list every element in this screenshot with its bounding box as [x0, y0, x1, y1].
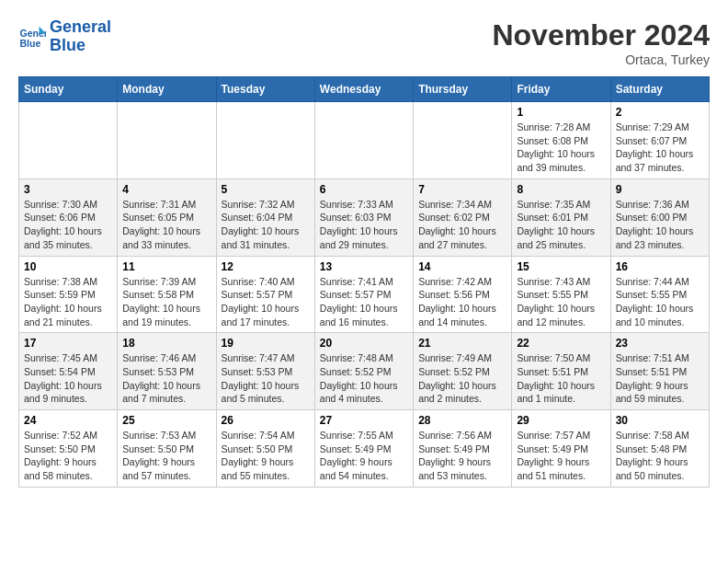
calendar-cell [118, 102, 216, 179]
logo-icon: General Blue [18, 23, 46, 51]
calendar-cell: 4Sunrise: 7:31 AM Sunset: 6:05 PM Daylig… [118, 178, 216, 256]
day-number: 12 [222, 260, 310, 273]
calendar-cell: 2Sunrise: 7:29 AM Sunset: 6:07 PM Daylig… [610, 102, 709, 179]
day-info: Sunrise: 7:41 AM Sunset: 5:57 PM Dayligh… [320, 275, 408, 329]
day-number: 29 [517, 414, 605, 427]
calendar-cell: 24Sunrise: 7:52 AM Sunset: 5:50 PM Dayli… [19, 410, 118, 488]
day-number: 28 [418, 414, 506, 427]
day-number: 23 [616, 337, 704, 350]
day-info: Sunrise: 7:47 AM Sunset: 5:53 PM Dayligh… [222, 351, 310, 406]
location: Ortaca, Turkey [492, 52, 710, 67]
day-number: 21 [418, 337, 506, 350]
day-info: Sunrise: 7:34 AM Sunset: 6:02 PM Dayligh… [418, 198, 506, 252]
calendar-cell: 15Sunrise: 7:43 AM Sunset: 5:55 PM Dayli… [512, 256, 610, 333]
calendar-header: SundayMondayTuesdayWednesdayThursdayFrid… [19, 77, 710, 102]
day-info: Sunrise: 7:43 AM Sunset: 5:55 PM Dayligh… [517, 275, 605, 329]
calendar-cell: 5Sunrise: 7:32 AM Sunset: 6:04 PM Daylig… [216, 178, 314, 256]
day-number: 30 [616, 414, 704, 427]
day-info: Sunrise: 7:50 AM Sunset: 5:51 PM Dayligh… [517, 351, 605, 406]
day-number: 3 [24, 183, 112, 196]
day-info: Sunrise: 7:44 AM Sunset: 5:55 PM Dayligh… [616, 275, 704, 329]
day-info: Sunrise: 7:46 AM Sunset: 5:53 PM Dayligh… [122, 351, 210, 406]
day-number: 22 [517, 337, 605, 350]
weekday-row: SundayMondayTuesdayWednesdayThursdayFrid… [19, 77, 710, 102]
day-number: 7 [418, 183, 506, 196]
weekday-header: Monday [118, 77, 216, 102]
month-title: November 2024 [492, 18, 710, 52]
calendar-cell: 30Sunrise: 7:58 AM Sunset: 5:48 PM Dayli… [610, 410, 709, 488]
day-info: Sunrise: 7:54 AM Sunset: 5:50 PM Dayligh… [222, 429, 310, 483]
calendar-cell: 27Sunrise: 7:55 AM Sunset: 5:49 PM Dayli… [314, 410, 413, 488]
calendar-cell: 18Sunrise: 7:46 AM Sunset: 5:53 PM Dayli… [118, 333, 216, 410]
svg-text:Blue: Blue [20, 37, 41, 48]
day-info: Sunrise: 7:49 AM Sunset: 5:52 PM Dayligh… [418, 351, 506, 406]
day-info: Sunrise: 7:52 AM Sunset: 5:50 PM Dayligh… [24, 429, 112, 483]
calendar-cell: 8Sunrise: 7:35 AM Sunset: 6:01 PM Daylig… [512, 178, 610, 256]
calendar-cell: 26Sunrise: 7:54 AM Sunset: 5:50 PM Dayli… [216, 410, 314, 488]
day-info: Sunrise: 7:58 AM Sunset: 5:48 PM Dayligh… [616, 429, 704, 483]
calendar-cell [414, 102, 512, 179]
day-info: Sunrise: 7:32 AM Sunset: 6:04 PM Dayligh… [222, 198, 310, 252]
weekday-header: Tuesday [216, 77, 314, 102]
day-number: 8 [517, 183, 605, 196]
calendar-table: SundayMondayTuesdayWednesdayThursdayFrid… [18, 76, 710, 488]
day-number: 24 [24, 414, 112, 427]
day-info: Sunrise: 7:39 AM Sunset: 5:58 PM Dayligh… [122, 275, 210, 329]
logo-line2: Blue [50, 37, 111, 55]
calendar-cell: 9Sunrise: 7:36 AM Sunset: 6:00 PM Daylig… [610, 178, 709, 256]
day-number: 17 [24, 337, 112, 350]
day-number: 25 [122, 414, 210, 427]
calendar-body: 1Sunrise: 7:28 AM Sunset: 6:08 PM Daylig… [19, 102, 710, 488]
calendar-cell [216, 102, 314, 179]
calendar-cell: 1Sunrise: 7:28 AM Sunset: 6:08 PM Daylig… [512, 102, 610, 179]
day-number: 9 [616, 183, 704, 196]
calendar-week-row: 1Sunrise: 7:28 AM Sunset: 6:08 PM Daylig… [19, 102, 710, 179]
calendar-cell: 7Sunrise: 7:34 AM Sunset: 6:02 PM Daylig… [414, 178, 512, 256]
calendar-cell [314, 102, 413, 179]
day-number: 14 [418, 260, 506, 273]
day-info: Sunrise: 7:56 AM Sunset: 5:49 PM Dayligh… [418, 429, 506, 483]
day-info: Sunrise: 7:48 AM Sunset: 5:52 PM Dayligh… [320, 351, 408, 406]
day-number: 2 [616, 106, 704, 119]
day-info: Sunrise: 7:30 AM Sunset: 6:06 PM Dayligh… [24, 198, 112, 252]
day-info: Sunrise: 7:33 AM Sunset: 6:03 PM Dayligh… [320, 198, 408, 252]
logo-text: General Blue [50, 18, 111, 55]
calendar-week-row: 3Sunrise: 7:30 AM Sunset: 6:06 PM Daylig… [19, 178, 710, 256]
day-info: Sunrise: 7:31 AM Sunset: 6:05 PM Dayligh… [122, 198, 210, 252]
day-number: 27 [320, 414, 408, 427]
calendar-cell: 29Sunrise: 7:57 AM Sunset: 5:49 PM Dayli… [512, 410, 610, 488]
day-number: 10 [24, 260, 112, 273]
calendar-cell: 25Sunrise: 7:53 AM Sunset: 5:50 PM Dayli… [118, 410, 216, 488]
day-info: Sunrise: 7:28 AM Sunset: 6:08 PM Dayligh… [517, 121, 605, 175]
day-info: Sunrise: 7:40 AM Sunset: 5:57 PM Dayligh… [222, 275, 310, 329]
calendar-cell: 6Sunrise: 7:33 AM Sunset: 6:03 PM Daylig… [314, 178, 413, 256]
day-number: 5 [222, 183, 310, 196]
weekday-header: Thursday [414, 77, 512, 102]
weekday-header: Friday [512, 77, 610, 102]
day-info: Sunrise: 7:29 AM Sunset: 6:07 PM Dayligh… [616, 121, 704, 175]
day-number: 19 [222, 337, 310, 350]
calendar-cell: 3Sunrise: 7:30 AM Sunset: 6:06 PM Daylig… [19, 178, 118, 256]
day-info: Sunrise: 7:45 AM Sunset: 5:54 PM Dayligh… [24, 351, 112, 406]
calendar-cell: 23Sunrise: 7:51 AM Sunset: 5:51 PM Dayli… [610, 333, 709, 410]
calendar-cell: 19Sunrise: 7:47 AM Sunset: 5:53 PM Dayli… [216, 333, 314, 410]
calendar-cell: 12Sunrise: 7:40 AM Sunset: 5:57 PM Dayli… [216, 256, 314, 333]
day-number: 13 [320, 260, 408, 273]
logo: General Blue General Blue [18, 18, 111, 55]
calendar-cell: 17Sunrise: 7:45 AM Sunset: 5:54 PM Dayli… [19, 333, 118, 410]
day-info: Sunrise: 7:38 AM Sunset: 5:59 PM Dayligh… [24, 275, 112, 329]
weekday-header: Wednesday [314, 77, 413, 102]
calendar-cell: 21Sunrise: 7:49 AM Sunset: 5:52 PM Dayli… [414, 333, 512, 410]
calendar-cell [19, 102, 118, 179]
calendar-cell: 16Sunrise: 7:44 AM Sunset: 5:55 PM Dayli… [610, 256, 709, 333]
day-info: Sunrise: 7:57 AM Sunset: 5:49 PM Dayligh… [517, 429, 605, 483]
day-info: Sunrise: 7:51 AM Sunset: 5:51 PM Dayligh… [616, 351, 704, 406]
calendar-week-row: 10Sunrise: 7:38 AM Sunset: 5:59 PM Dayli… [19, 256, 710, 333]
day-info: Sunrise: 7:42 AM Sunset: 5:56 PM Dayligh… [418, 275, 506, 329]
day-info: Sunrise: 7:36 AM Sunset: 6:00 PM Dayligh… [616, 198, 704, 252]
calendar-cell: 28Sunrise: 7:56 AM Sunset: 5:49 PM Dayli… [414, 410, 512, 488]
logo-line1: General [50, 18, 111, 37]
calendar-cell: 13Sunrise: 7:41 AM Sunset: 5:57 PM Dayli… [314, 256, 413, 333]
calendar-cell: 20Sunrise: 7:48 AM Sunset: 5:52 PM Dayli… [314, 333, 413, 410]
day-number: 6 [320, 183, 408, 196]
